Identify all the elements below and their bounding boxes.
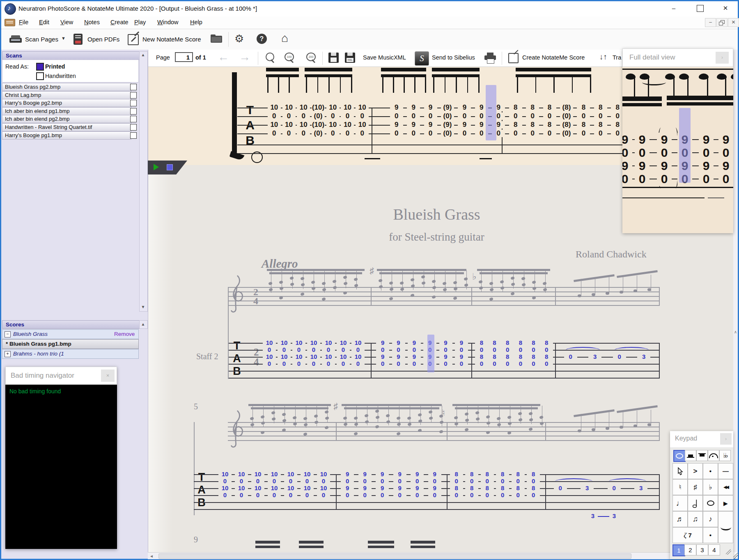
expand-icon[interactable]: + — [5, 351, 11, 357]
half-rest-icon[interactable] — [685, 450, 696, 461]
mdi-restore-button[interactable] — [716, 18, 728, 27]
zoom-icon[interactable] — [265, 52, 276, 64]
resize-grip[interactable] — [733, 552, 738, 559]
scans-scroll-down-icon[interactable]: ▼ — [140, 305, 147, 309]
staccato-dot-icon[interactable]: • — [703, 463, 718, 479]
voice-1-button[interactable]: 1 — [672, 544, 685, 556]
scan-file-row[interactable]: Ich aber bin elend pg2.bmp — [2, 115, 131, 123]
score-item-row[interactable]: +Brahms - horn trio (1 — [2, 349, 139, 359]
pointer-icon[interactable] — [672, 463, 688, 479]
sixteenth-note-icon[interactable]: ♬ — [672, 511, 688, 527]
rests-icon[interactable]: ζ 7 — [672, 527, 703, 543]
print-icon[interactable] — [484, 53, 496, 63]
menu-item-create[interactable]: Create — [110, 18, 129, 26]
menu-item-notes[interactable]: Notes — [84, 18, 100, 26]
scan-pages-caret-icon[interactable]: ▼ — [61, 36, 66, 41]
menu-item-view[interactable]: View — [60, 18, 73, 26]
scan-file-checkbox[interactable] — [130, 132, 137, 139]
voice-4-button[interactable]: 4 — [708, 544, 720, 555]
voice-2-button[interactable]: 2 — [684, 544, 696, 555]
help-icon[interactable]: ? — [257, 34, 267, 44]
keypad-resize-grip[interactable] — [726, 549, 731, 555]
score-remove-link[interactable]: Remove — [114, 330, 135, 338]
mdi-minimize-button[interactable]: – — [705, 18, 716, 27]
printed-checkbox[interactable] — [36, 63, 44, 71]
scan-file-row[interactable]: Ich aber bin elend pg1.bmp — [2, 107, 131, 115]
folder-icon[interactable] — [211, 34, 222, 43]
create-notateme-pencil-icon[interactable] — [508, 53, 519, 63]
whole-rest-icon[interactable] — [696, 450, 708, 461]
maximize-button[interactable] — [697, 5, 704, 12]
full-detail-close-icon[interactable]: › — [716, 52, 729, 64]
menu-item-edit[interactable]: Edit — [39, 18, 49, 26]
menu-item-play[interactable]: Play — [134, 18, 146, 26]
scan-file-row[interactable]: Christ Lag.bmp — [2, 91, 131, 99]
transpose-button[interactable]: Tra — [613, 54, 621, 61]
hscroll-thumb[interactable] — [158, 553, 631, 559]
fermata-icon[interactable] — [708, 450, 719, 461]
accent-icon[interactable]: > — [688, 463, 703, 479]
scan-file-row[interactable]: Blueish Grass pg2.bmp — [2, 83, 131, 91]
flat-icon[interactable]: ♭ — [703, 479, 718, 495]
scan-file-checkbox[interactable] — [130, 92, 137, 99]
scan-file-row[interactable]: Harry's Boogie pg1.bmp — [2, 131, 131, 140]
tie-icon[interactable] — [718, 511, 733, 543]
close-button[interactable]: ✕ — [721, 5, 730, 12]
scan-file-checkbox[interactable] — [130, 84, 137, 90]
canvas-hscrollbar[interactable]: ◄ ► — [148, 552, 733, 559]
half-note-icon[interactable] — [688, 495, 703, 511]
save-musicxml-button[interactable]: Save MusicXML — [363, 54, 406, 61]
zoom-200-icon[interactable]: 200 — [306, 52, 317, 64]
bad-timing-close-icon[interactable]: × — [101, 370, 115, 382]
scan-file-checkbox[interactable] — [130, 108, 137, 115]
scanner-icon[interactable] — [9, 34, 22, 44]
play-icon[interactable] — [154, 164, 159, 170]
play-icon[interactable]: ▶ — [718, 495, 733, 511]
prev-page-icon[interactable]: ← — [218, 50, 229, 64]
save-icon[interactable] — [328, 53, 339, 63]
handwritten-checkbox[interactable] — [36, 72, 44, 80]
scan-file-checkbox[interactable] — [130, 116, 137, 122]
mdi-close-button[interactable]: ✕ — [728, 18, 739, 27]
scores-scroll-up[interactable]: ▲ — [139, 320, 148, 329]
menu-item-file[interactable]: File — [19, 18, 28, 26]
menu-item-window[interactable]: Window — [157, 18, 179, 26]
staccato-dot-icon[interactable]: • — [703, 527, 718, 543]
transpose-icon[interactable]: ↓↑ — [599, 53, 607, 62]
scan-file-checkbox[interactable] — [130, 100, 137, 106]
score-item-row[interactable]: * Blueish Grass pg1.bmp — [2, 339, 139, 349]
quarter-note-icon[interactable]: ♩ — [672, 495, 688, 511]
pdf-icon[interactable] — [73, 34, 83, 45]
scan-file-row[interactable]: Harry's Boogie pg2.bmp — [2, 99, 131, 107]
whole-note-icon[interactable] — [673, 450, 686, 462]
stop-icon[interactable] — [167, 164, 173, 170]
eighth-note-icon[interactable]: ♪ — [703, 511, 718, 527]
send-to-sibelius-button[interactable]: Send to Sibelius — [432, 54, 475, 61]
rewind-icon[interactable]: ◀◀ — [718, 479, 733, 495]
sharp-icon[interactable]: ♯ — [688, 479, 703, 495]
new-score-pencil-icon[interactable] — [128, 34, 139, 45]
zoom-100-icon[interactable]: 100 — [284, 52, 295, 64]
scan-file-row[interactable]: Handwritten - Ravel String Quartet.tif — [2, 123, 131, 131]
voice-3-button[interactable]: 3 — [696, 544, 708, 555]
minimize-button[interactable]: – — [669, 5, 679, 11]
scan-file-checkbox[interactable] — [130, 124, 137, 131]
scans-scroll-up-icon[interactable]: ▲ — [140, 53, 147, 57]
next-page-icon[interactable]: → — [239, 50, 250, 64]
canvas-vscrollbar[interactable]: ∧ — [733, 50, 738, 552]
open-pdfs-button[interactable]: Open PDFs — [87, 36, 119, 43]
score-item-row[interactable]: −Blueish GrassRemove — [2, 329, 139, 339]
save-musicxml-icon[interactable]: XML — [345, 53, 355, 63]
create-notateme-score-button[interactable]: Create NotateMe Score — [522, 54, 585, 61]
tenuto-icon[interactable]: — — [718, 463, 733, 479]
scans-scrollbar[interactable]: ▲ ▼ — [139, 51, 148, 312]
hscroll-left-icon[interactable]: ◄ — [149, 554, 154, 558]
keypad-close-icon[interactable]: › — [720, 433, 732, 445]
vscroll-up-icon[interactable]: ∧ — [733, 330, 738, 334]
thirtysecond-note-icon[interactable]: ♫ — [688, 511, 703, 527]
collapse-icon[interactable]: − — [5, 331, 11, 337]
home-icon[interactable]: ⌂ — [281, 32, 288, 45]
double-flat-icon[interactable]: ♭♭ — [719, 450, 731, 461]
whole-note-icon[interactable] — [703, 495, 718, 511]
gear-icon[interactable]: ⚙ — [234, 32, 244, 45]
